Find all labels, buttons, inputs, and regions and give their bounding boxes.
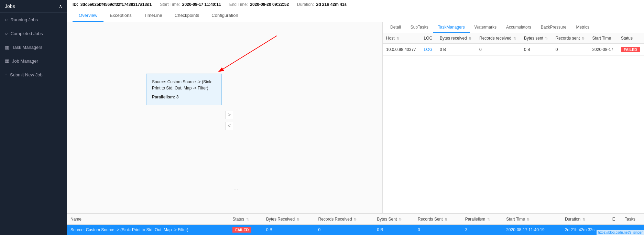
cell-bytes-received: 0 B	[263, 225, 315, 235]
main-content: ID: 3dc5e025bf4569cf32f17438317a13d1 Sta…	[67, 0, 644, 235]
bt-col-e[interactable]: E	[609, 214, 621, 225]
tab-configuration[interactable]: Configuration	[205, 9, 244, 22]
sidebar-item-label: Task Managers	[12, 45, 42, 50]
tm-tab-subtasks[interactable]: SubTasks	[406, 22, 433, 33]
topbar: ID: 3dc5e025bf4569cf32f17438317a13d1 Sta…	[67, 0, 644, 9]
sidebar-item-job-manager[interactable]: ▦ Job Manager	[0, 54, 67, 68]
cell-records-sent: 0	[552, 44, 589, 56]
bt-col-bytes-sent[interactable]: Bytes Sent ⇅	[373, 214, 414, 225]
cell-bytes-received: 0 B	[436, 44, 476, 56]
sidebar-header: Jobs ∧	[0, 0, 67, 13]
sidebar-item-completed-jobs[interactable]: ○ Completed Jobs	[0, 26, 67, 40]
duration: Duration: 2d 21h 42m 41s	[297, 2, 347, 7]
graph-panel: Source: Custom Source -> (Sink: Print to…	[67, 22, 383, 213]
right-panel: Detail SubTasks TaskManagers Watermarks …	[383, 22, 644, 213]
main-tabs: Overview Exceptions TimeLine Checkpoints…	[67, 9, 644, 22]
end-time: End Time: 2020-08-20 09:22:52	[229, 2, 289, 7]
cell-host: 10.0.0.98:40377	[383, 44, 421, 56]
running-jobs-icon: ○	[5, 17, 8, 22]
job-node[interactable]: Source: Custom Source -> (Sink: Print to…	[146, 74, 222, 105]
cell-status: FAILED	[618, 44, 644, 56]
job-node-parallelism: Parallelism: 3	[152, 94, 216, 100]
sidebar-item-label: Running Jobs	[10, 17, 38, 22]
cell-log[interactable]: LOG	[421, 44, 437, 56]
content-area: Source: Custom Source -> (Sink: Print to…	[67, 22, 644, 213]
bt-col-bytes-received[interactable]: Bytes Received ⇅	[263, 214, 315, 225]
col-start-time[interactable]: Start Time	[589, 33, 618, 44]
sidebar-item-label: Job Manager	[12, 58, 38, 64]
tm-table-wrapper: Host ⇅ LOG Bytes received ⇅ Records rece…	[383, 33, 644, 213]
col-status[interactable]: Status	[618, 33, 644, 44]
chevron-left-button[interactable]: <	[225, 122, 233, 130]
bt-col-tasks[interactable]: Tasks	[621, 214, 644, 225]
id-label: ID:	[73, 2, 78, 7]
annotation-arrow	[67, 22, 382, 213]
bt-col-records-received[interactable]: Records Received ⇅	[315, 214, 374, 225]
submit-icon: ↑	[5, 72, 7, 77]
cell-records-received: 0	[315, 225, 374, 235]
table-row: 10.0.0.98:40377 LOG 0 B 0 0 B 0 2020-08-…	[383, 44, 644, 56]
bt-col-parallelism[interactable]: Parallelism ⇅	[462, 214, 503, 225]
bt-col-name[interactable]: Name	[67, 214, 229, 225]
sidebar-item-label: Submit New Job	[10, 72, 43, 77]
bt-col-records-sent[interactable]: Records Sent ⇅	[414, 214, 462, 225]
tab-checkpoints[interactable]: Checkpoints	[168, 9, 206, 22]
col-bytes-received[interactable]: Bytes received ⇅	[436, 33, 476, 44]
col-records-sent[interactable]: Records sent ⇅	[552, 33, 589, 44]
sidebar-item-label: Completed Jobs	[10, 31, 43, 36]
chevron-right-button[interactable]: >	[225, 111, 233, 119]
tab-timeline[interactable]: TimeLine	[138, 9, 168, 22]
bottom-table-wrapper: Name Status ⇅ Bytes Received ⇅ Records R…	[67, 213, 644, 235]
table-row[interactable]: Source: Custom Source -> (Sink: Print to…	[67, 225, 644, 235]
job-manager-icon: ▦	[5, 58, 9, 64]
completed-jobs-icon: ○	[5, 31, 8, 36]
bt-col-status[interactable]: Status ⇅	[229, 214, 263, 225]
bottom-table: Name Status ⇅ Bytes Received ⇅ Records R…	[67, 214, 644, 235]
tm-tabs: Detail SubTasks TaskManagers Watermarks …	[383, 22, 644, 33]
tm-table: Host ⇅ LOG Bytes received ⇅ Records rece…	[383, 33, 644, 56]
cell-bytes-sent: 0 B	[521, 44, 552, 56]
tm-tab-detail[interactable]: Detail	[385, 22, 406, 33]
tm-tab-accumulators[interactable]: Accumulators	[501, 22, 536, 33]
tab-overview[interactable]: Overview	[73, 9, 103, 22]
sidebar: Jobs ∧ ○ Running Jobs ○ Completed Jobs ▦…	[0, 0, 67, 235]
sidebar-item-running-jobs[interactable]: ○ Running Jobs	[0, 13, 67, 26]
cell-bytes-sent: 0 B	[373, 225, 414, 235]
cell-start-time: 2020-08-17	[589, 44, 618, 56]
tm-tab-taskmanagers[interactable]: TaskManagers	[433, 22, 470, 33]
sidebar-collapse-icon[interactable]: ∧	[59, 3, 62, 9]
sidebar-item-submit-new-job[interactable]: ↑ Submit New Job	[0, 68, 67, 82]
cell-status: FAILED	[229, 225, 263, 235]
bt-col-duration[interactable]: Duration ⇅	[561, 214, 609, 225]
id-value: 3dc5e025bf4569cf32f17438317a13d1	[80, 2, 152, 7]
tm-tab-metrics[interactable]: Metrics	[571, 22, 594, 33]
dots-menu[interactable]: ···	[232, 185, 239, 194]
cell-records-received: 0	[476, 44, 521, 56]
task-managers-icon: ▦	[5, 44, 9, 50]
sidebar-item-task-managers[interactable]: ▦ Task Managers	[0, 40, 67, 54]
start-time: Start Time: 2020-08-17 11:40:11	[160, 2, 221, 7]
tm-tab-watermarks[interactable]: Watermarks	[470, 22, 501, 33]
tm-tab-backpressure[interactable]: BackPressure	[536, 22, 571, 33]
col-bytes-sent[interactable]: Bytes sent ⇅	[521, 33, 552, 44]
svg-line-1	[218, 36, 277, 72]
cell-records-sent: 0	[414, 225, 462, 235]
job-id: ID: 3dc5e025bf4569cf32f17438317a13d1	[73, 2, 152, 7]
cell-name: Source: Custom Source -> (Sink: Print to…	[67, 225, 229, 235]
job-node-description: Source: Custom Source -> (Sink: Print to…	[152, 79, 216, 91]
bt-col-start-time[interactable]: Start Time ⇅	[503, 214, 561, 225]
col-log[interactable]: LOG	[421, 33, 437, 44]
col-host[interactable]: Host ⇅	[383, 33, 421, 44]
tab-exceptions[interactable]: Exceptions	[103, 9, 138, 22]
watermark: https://blog.csdn.net/z_singer	[597, 230, 644, 235]
cell-parallelism: 3	[462, 225, 503, 235]
sidebar-title: Jobs	[5, 3, 15, 9]
cell-start-time: 2020-08-17 11:40:19	[503, 225, 561, 235]
col-records-received[interactable]: Records received ⇅	[476, 33, 521, 44]
